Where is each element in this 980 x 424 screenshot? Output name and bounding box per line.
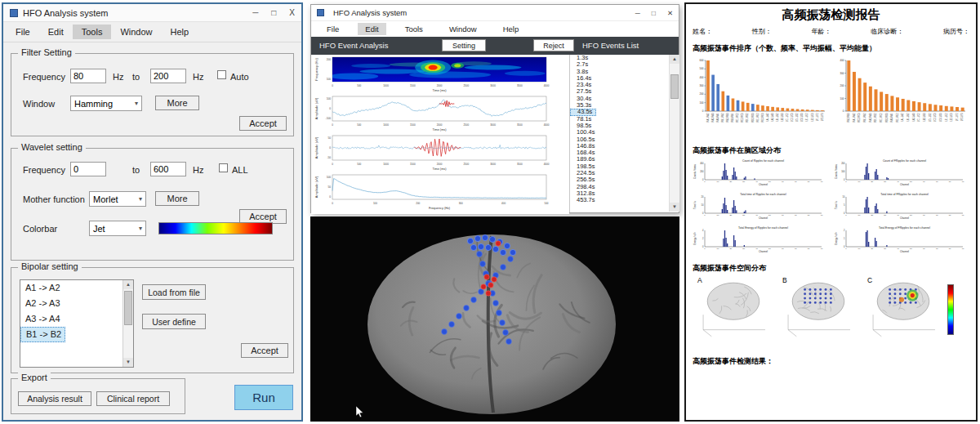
viewer-menu-edit[interactable]: Edit (358, 23, 385, 35)
bipolar-accept-button[interactable]: Accept (241, 343, 288, 358)
bipolar-scrollbar[interactable]: ▲ ▼ (122, 280, 133, 367)
svg-text:10: 10 (858, 248, 860, 250)
svg-text:30: 30 (884, 181, 886, 183)
filter-freq-from-input[interactable] (70, 69, 106, 83)
window-select-value: Hamming (74, 99, 113, 109)
window-select[interactable]: Hamming ▾ (70, 96, 142, 111)
bipolar-list-item[interactable]: A2 -> A3 (20, 296, 122, 311)
chevron-down-icon: ▾ (139, 195, 142, 203)
reject-button[interactable]: Reject (533, 39, 574, 51)
scrollbar-thumb[interactable] (124, 291, 132, 325)
auto-checkbox[interactable] (217, 70, 226, 79)
scroll-up-icon[interactable]: ▲ (123, 280, 133, 289)
setting-button[interactable]: Setting (442, 39, 486, 51)
close-icon[interactable]: X (289, 8, 295, 17)
svg-text:200: 200 (841, 162, 845, 165)
viewer-menu-file[interactable]: File (319, 23, 346, 35)
svg-text:40: 40 (897, 214, 899, 216)
svg-text:30: 30 (742, 248, 745, 250)
svg-text:LF1-LF2: LF1-LF2 (956, 113, 959, 121)
filter-accept-button[interactable]: Accept (239, 116, 287, 131)
scrollbar-thumb[interactable] (670, 74, 679, 99)
bipolar-list-item[interactable]: A3 -> A4 (20, 311, 122, 327)
minimize-icon[interactable]: ─ (252, 8, 258, 17)
analysis-result-button[interactable]: Analysis result (18, 391, 91, 406)
svg-text:300: 300 (459, 202, 463, 205)
spatial-brains: ABC (693, 276, 969, 345)
plot-area: Frequency (Hz)20010005001000150020002500… (311, 55, 569, 214)
svg-text:RA2-RA3: RA2-RA3 (711, 113, 715, 123)
viewer-menu-help[interactable]: Help (496, 23, 527, 35)
svg-text:500: 500 (699, 67, 703, 70)
svg-text:Total Energy of Ripples for ea: Total Energy of Ripples for each channel (738, 226, 788, 230)
bipolar-list-item[interactable]: A1 -> A2 (20, 280, 122, 296)
viewer-toolbar: HFO Event Analysis Setting Reject HFO Ev… (311, 37, 679, 55)
window-label: Window (23, 99, 55, 109)
bipolar-listbox[interactable]: A1 -> A2A2 -> A3A3 -> A4B1 -> B2B2 -> B3… (20, 279, 134, 368)
filter-more-button[interactable]: More (155, 96, 199, 110)
svg-text:90: 90 (961, 181, 964, 183)
svg-text:LA1-LA2: LA1-LA2 (766, 113, 769, 122)
svg-text:RD2-RD3: RD2-RD3 (885, 113, 889, 123)
app-icon (10, 9, 18, 17)
svg-text:20: 20 (871, 181, 873, 183)
svg-text:70: 70 (795, 214, 797, 216)
settings-menu-file[interactable]: File (7, 25, 39, 39)
svg-text:90: 90 (961, 248, 964, 250)
event-list-item[interactable]: 453.7s (570, 197, 669, 203)
spatial-brain-block-C: C (862, 276, 944, 345)
spectrum-plot: Amplitude (uV)1005000100200300400500Freq… (311, 172, 569, 212)
svg-text:400: 400 (700, 162, 704, 165)
svg-text:50: 50 (768, 248, 771, 250)
svg-text:0: 0 (704, 214, 706, 216)
svg-text:LC1-LC2: LC1-LC2 (917, 113, 920, 122)
svg-text:50: 50 (768, 214, 771, 216)
viewer-menu-window[interactable]: Window (442, 23, 484, 35)
svg-text:80: 80 (948, 214, 951, 216)
patient-fields: 姓名：性别：年龄：临床诊断：病历号： (693, 27, 969, 36)
wavelet-freq-to-input[interactable] (150, 162, 186, 176)
run-button[interactable]: Run (234, 385, 293, 410)
settings-menu-window[interactable]: Window (111, 25, 161, 39)
settings-menu-help[interactable]: Help (162, 25, 198, 39)
colorbar-select[interactable]: Jet ▾ (89, 221, 146, 236)
clinical-report-button[interactable]: Clinical report (96, 391, 170, 406)
svg-text:20: 20 (702, 195, 704, 199)
svg-text:3500: 3500 (517, 163, 523, 166)
event-list-item[interactable]: 43.5s (570, 109, 596, 115)
hz-label: Hz (193, 165, 203, 175)
wavelet-freq-from-input[interactable] (70, 162, 106, 176)
maximize-icon[interactable]: □ (652, 9, 656, 17)
events-scrollbar[interactable]: ▲ ▼ (669, 55, 679, 212)
scroll-down-icon[interactable]: ▼ (670, 203, 679, 212)
svg-text:0: 0 (332, 202, 333, 205)
load-from-file-button[interactable]: Load from file (142, 284, 206, 300)
bipolar-list-item[interactable]: B1 -> B2 (20, 327, 65, 342)
mother-function-value: Morlet (93, 194, 118, 204)
viewer-titlebar[interactable]: HFO Analysis system ─ □ ✕ (311, 5, 679, 21)
svg-text:2500: 2500 (463, 84, 469, 87)
settings-titlebar[interactable]: HFO Analysis system ─ □ X (3, 4, 301, 22)
svg-text:RD1-RD2: RD1-RD2 (874, 113, 877, 123)
scroll-up-icon[interactable]: ▲ (670, 55, 679, 64)
settings-menu-tools[interactable]: Tools (73, 25, 112, 39)
svg-text:1000: 1000 (383, 163, 389, 166)
settings-menu-edit[interactable]: Edit (39, 25, 73, 39)
mother-function-select[interactable]: Morlet ▾ (89, 191, 146, 207)
close-icon[interactable]: ✕ (667, 9, 673, 17)
all-checkbox[interactable] (219, 163, 228, 172)
maximize-icon[interactable]: □ (271, 8, 276, 17)
svg-text:RE2-RE3: RE2-RE3 (761, 113, 764, 123)
svg-text:Frequency (Hz): Frequency (Hz) (314, 58, 318, 81)
brain-3d-panel[interactable] (310, 216, 679, 422)
minimize-icon[interactable]: ─ (635, 9, 640, 17)
svg-text:-50: -50 (327, 156, 331, 159)
hfo-events-list[interactable]: 1.3s2.7s3.8s16.4s23.4s27.5s30.4s35.3s43.… (569, 55, 669, 212)
filter-freq-to-input[interactable] (150, 69, 186, 83)
scroll-down-icon[interactable]: ▼ (123, 358, 133, 367)
svg-text:RD2-RD3: RD2-RD3 (751, 113, 755, 123)
user-define-button[interactable]: User define (142, 314, 206, 329)
export-group: Export Analysis result Clinical report (11, 378, 185, 414)
wavelet-more-button[interactable]: More (155, 191, 199, 206)
viewer-menu-tools[interactable]: Tools (398, 23, 430, 35)
